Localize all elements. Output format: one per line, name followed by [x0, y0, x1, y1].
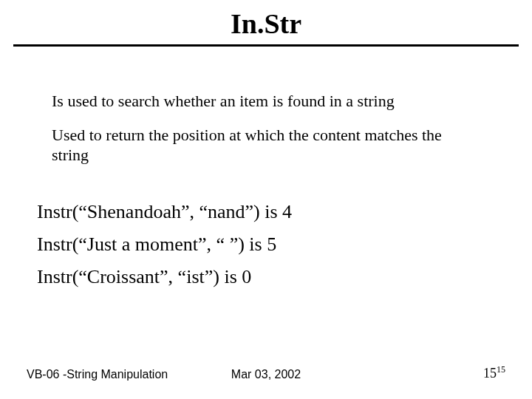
description-line: Is used to search whether an item is fou…: [52, 91, 480, 112]
slide-body: Is used to search whether an item is fou…: [0, 47, 532, 288]
description-line: Used to return the position at which the…: [52, 125, 480, 166]
example-line: Instr(“Shenandoah”, “nand”) is 4: [37, 201, 480, 223]
example-line: Instr(“Croissant”, “ist”) is 0: [37, 266, 480, 288]
slide-title: In.Str: [0, 0, 532, 44]
footer-date: Mar 03, 2002: [0, 368, 532, 381]
page-number: 1515: [483, 364, 505, 381]
examples-block: Instr(“Shenandoah”, “nand”) is 4 Instr(“…: [37, 179, 480, 288]
page-number-sup: 15: [497, 364, 505, 375]
slide: In.Str Is used to search whether an item…: [0, 0, 532, 399]
example-line: Instr(“Just a moment”, “ ”) is 5: [37, 233, 480, 256]
page-number-main: 15: [483, 366, 497, 381]
